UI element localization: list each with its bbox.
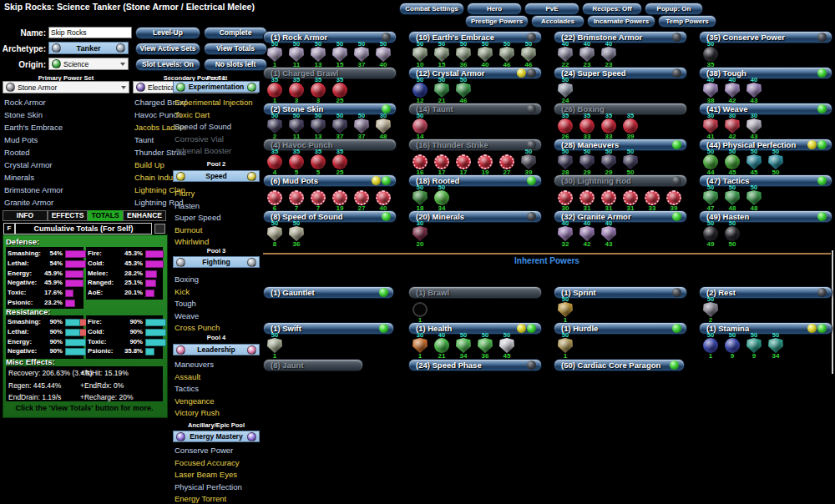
pool-plus-icon[interactable] — [247, 172, 256, 181]
enhancement-slot[interactable]: 31 — [620, 184, 641, 212]
enhancement-slot[interactable]: 31 — [598, 184, 620, 212]
powerset-item-mud-pots[interactable]: Mud Pots — [3, 134, 131, 147]
enhancement-slot[interactable]: 501 — [264, 41, 286, 68]
power-8-jaunt[interactable]: (8) Jaunt — [263, 359, 363, 371]
enhancement-slot[interactable]: 3041 — [700, 113, 721, 140]
tab-info[interactable]: INFO — [3, 210, 48, 221]
powerset-item-earth-s-embrace[interactable]: Earth's Embrace — [3, 122, 131, 134]
enhancement-slot[interactable]: 4043 — [743, 77, 765, 104]
pool-plus-icon[interactable] — [247, 345, 256, 355]
pool-item-corrosive-vial[interactable]: Corrosive Vial — [173, 134, 261, 146]
enhancement-slot[interactable]: 5034 — [765, 332, 787, 360]
pool-item-boxing[interactable]: Boxing — [173, 274, 261, 286]
enhancement-slot[interactable]: 5040 — [372, 41, 394, 68]
enhancement-slot[interactable]: 16 — [409, 149, 431, 176]
enhancement-slot[interactable]: 5011 — [286, 41, 307, 68]
enhancement-slot[interactable]: 4023 — [576, 41, 598, 68]
pool-item-super-speed[interactable]: Super Speed — [173, 212, 261, 224]
enhancement-slot[interactable]: 17 — [453, 149, 474, 176]
pool-item-physical-perfection[interactable]: Physical Perfection — [173, 481, 261, 494]
enhancement-slot[interactable]: 7 — [307, 184, 329, 212]
powerset-item-brimstone-armor[interactable]: Brimstone Armor — [3, 184, 131, 197]
powerset-item-minerals[interactable]: Minerals — [3, 172, 131, 184]
tab-effects[interactable]: EFFECTS — [48, 210, 88, 221]
pool-item-tactics[interactable]: Tactics — [173, 383, 261, 396]
pool-item-vengeance[interactable]: Vengeance — [173, 396, 261, 408]
enhancement-slot[interactable]: 4043 — [598, 220, 620, 248]
enhancement-slot[interactable]: 5034 — [431, 184, 453, 212]
enhancement-slot[interactable]: 3525 — [329, 77, 351, 104]
powerset-item-granite-armor[interactable]: Granite Armor — [3, 197, 131, 209]
enhancement-slot[interactable]: 4038 — [700, 77, 721, 104]
enhancement-slot[interactable]: 5050 — [620, 149, 641, 176]
top-button-popup-on[interactable]: Popup: On — [645, 3, 703, 15]
enhancement-slot[interactable]: 3533 — [576, 113, 598, 140]
enhancement-slot[interactable]: 3042 — [721, 113, 743, 140]
pool-item-experimental-injection[interactable]: Experimental Injection — [173, 97, 261, 109]
enhancement-slot[interactable]: 3533 — [598, 113, 620, 140]
enhancement-slot[interactable]: 5024 — [554, 77, 576, 104]
power-1-gauntlet[interactable]: (1) Gauntlet — [263, 286, 394, 299]
enhancement-slot[interactable]: 5036 — [286, 220, 307, 248]
view-active-sets-button[interactable]: View Active Sets — [135, 43, 200, 55]
pool-item-speed-of-sound[interactable]: Speed of Sound — [173, 121, 261, 134]
top-button-recipes-off[interactable]: Recipes: Off — [582, 3, 642, 15]
enhancement-slot[interactable]: 5044 — [700, 149, 721, 176]
pool-minus-icon[interactable] — [176, 345, 185, 355]
pool-item-victory-rush[interactable]: Victory Rush — [173, 407, 261, 420]
archetype-prev-icon[interactable] — [52, 43, 61, 53]
enhancement-slot[interactable]: 501 — [554, 296, 576, 324]
pool-item-tough[interactable]: Tough — [173, 298, 261, 310]
enhancement-slot[interactable]: 5045 — [743, 149, 765, 176]
enhancement-slot[interactable]: 5029 — [576, 149, 598, 176]
pool-dropdown-leadership[interactable]: Leadership — [173, 344, 260, 355]
enhancement-slot[interactable]: 5045 — [496, 332, 518, 360]
enhancement-slot[interactable]: 3043 — [743, 113, 765, 140]
enhancement-slot[interactable]: 5046 — [453, 77, 474, 104]
origin-icon[interactable] — [52, 59, 61, 68]
pool-item-conserve-power[interactable]: Conserve Power — [173, 445, 261, 457]
enhancement-slot[interactable]: 353 — [286, 77, 307, 104]
pool-item-toxic-dart[interactable]: Toxic Dart — [173, 109, 261, 122]
powerset-item-rock-armor[interactable]: Rock Armor — [3, 97, 131, 109]
pool-dropdown-energy-mastery[interactable]: Energy Mastery — [173, 431, 260, 442]
enhancement-slot[interactable]: 502 — [264, 113, 286, 140]
power-24-speed-phase[interactable]: (24) Speed Phase — [408, 359, 542, 371]
enhancement-slot[interactable]: 5013 — [307, 113, 329, 140]
enhancement-slot[interactable]: 4021 — [431, 332, 453, 360]
pool-plus-icon[interactable] — [247, 83, 256, 92]
enhancement-slot[interactable]: 5040 — [474, 41, 496, 68]
pool-minus-icon[interactable] — [176, 83, 185, 92]
enhancement-slot[interactable]: 5037 — [351, 113, 372, 140]
enhancement-slot[interactable]: 5028 — [554, 149, 576, 176]
pool-item-flurry[interactable]: Flurry — [173, 188, 261, 200]
enhancement-slot[interactable]: 40 — [372, 184, 394, 212]
pool-plus-icon[interactable] — [247, 432, 256, 441]
enhancement-slot[interactable]: 5010 — [409, 41, 431, 68]
enhancement-slot[interactable]: 31 — [576, 184, 598, 212]
pool-item-energy-torrent[interactable]: Energy Torrent — [173, 493, 261, 504]
enhancement-slot[interactable]: 5046 — [496, 41, 518, 68]
pool-item-focused-accuracy[interactable]: Focused Accuracy — [173, 457, 261, 470]
tab-totals[interactable]: TOTALS — [88, 210, 123, 221]
enhancement-slot[interactable]: 6 — [264, 184, 286, 212]
pool-item-weave[interactable]: Weave — [173, 310, 261, 323]
enhancement-slot[interactable]: 4042 — [576, 220, 598, 248]
enhancement-slot[interactable]: 5018 — [409, 184, 431, 212]
enhancement-slot[interactable]: 27 — [351, 184, 372, 212]
archetype-dropdown[interactable]: Tanker — [48, 42, 129, 54]
enhancement-slot[interactable]: 355 — [286, 149, 307, 176]
pool-item-burnout[interactable]: Burnout — [173, 224, 261, 237]
enhancement-slot[interactable]: 5036 — [453, 41, 474, 68]
enhancement-slot[interactable]: 5047 — [700, 184, 721, 212]
enhancement-slot[interactable]: 5037 — [329, 113, 351, 140]
enhancement-slot[interactable]: 5036 — [474, 332, 496, 360]
pool-item-adrenal-booster[interactable]: Adrenal Booster — [173, 145, 261, 158]
powerset-item-crystal-armor[interactable]: Crystal Armor — [3, 159, 131, 172]
enhancement-slot[interactable]: 5049 — [700, 220, 721, 248]
enhancement-slot[interactable]: 27 — [496, 149, 518, 176]
top-button-temp-powers[interactable]: Temp Powers — [658, 15, 716, 28]
enhancement-slot[interactable]: 7 — [286, 184, 307, 212]
pool-item-assault[interactable]: Assault — [173, 371, 261, 384]
enhancement-slot[interactable]: 5035 — [700, 41, 721, 68]
